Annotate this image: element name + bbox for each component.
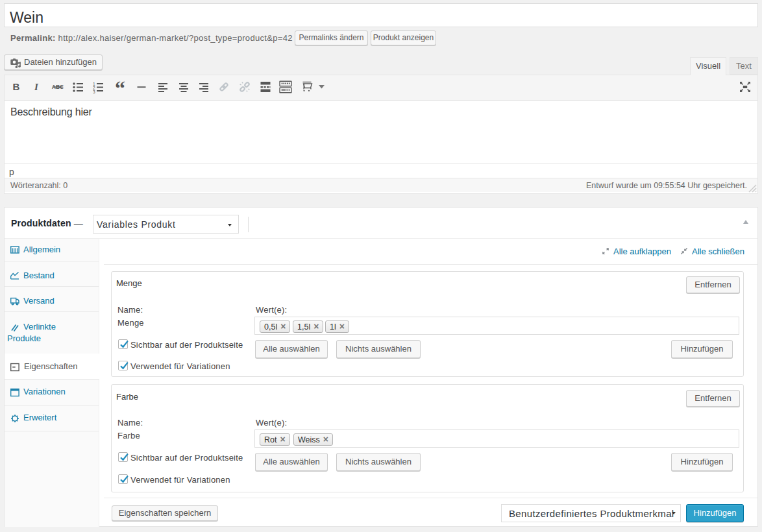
svg-text:“: “ (115, 80, 125, 93)
svg-text:B: B (13, 81, 20, 92)
svg-text:I: I (34, 82, 39, 92)
svg-text:3: 3 (93, 90, 95, 93)
